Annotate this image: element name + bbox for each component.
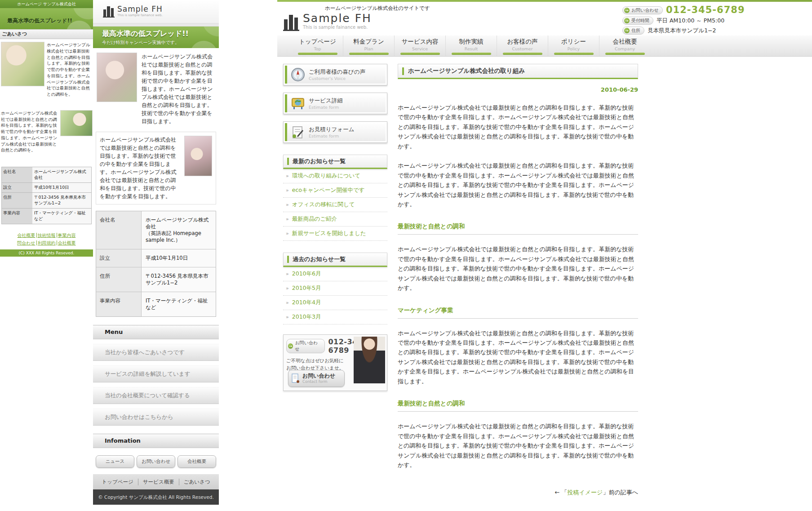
sidebar-button-voice[interactable]: ご利用者様の喜びの声 Customer's Voice xyxy=(283,64,387,85)
archive-link[interactable]: »2010年6月 xyxy=(283,267,387,281)
company-button[interactable]: 会社概要 xyxy=(177,455,216,468)
woman-leaf-photo xyxy=(60,110,93,136)
green-bar xyxy=(287,158,289,165)
nav-item-result[interactable]: 制作実績 Result xyxy=(445,36,497,56)
footer-link[interactable]: 利用規約 xyxy=(36,240,57,245)
table-value-cell: 平成10年1月10日 xyxy=(32,183,91,192)
table-row: 事業内容 IT・マーケティング・福祉など xyxy=(2,209,91,224)
table-header-cell: 会社名 xyxy=(96,211,142,249)
contact-row-phone: →お問い合わせ 012-345-6789 xyxy=(622,5,708,15)
news-link[interactable]: »最新商品のご紹介 xyxy=(283,212,387,227)
sidebar-contact-banner: →お問い合わせ 012-345-6789 ご不明な点はぜひお気軽に お問い合わせ… xyxy=(283,334,387,391)
footer-link[interactable]: 会社概要 xyxy=(57,240,77,245)
table-value-cell: ホームページサンプル株式会社 （英語表記 Homepage sample Inc… xyxy=(142,211,216,249)
woman-portrait-photo xyxy=(97,53,137,102)
hours-badge[interactable]: →受付時間 xyxy=(622,17,653,25)
table-row: 設立 平成10年1月10日 xyxy=(96,249,216,267)
table-header-cell: 設立 xyxy=(2,183,32,192)
nav-label: ポリシー xyxy=(548,38,599,46)
footer-link[interactable]: 問合わせ xyxy=(16,240,36,245)
double-angle-icon: » xyxy=(286,187,289,193)
table-header-cell: 住所 xyxy=(2,193,32,208)
nav-item-top[interactable]: トップページ Top xyxy=(292,36,343,56)
archive-link[interactable]: »2010年5月 xyxy=(283,281,387,296)
main-article: ホームページサンプル株式会社の取り組み 2010-06-29 ホームページサンプ… xyxy=(398,57,638,511)
previous-article-link[interactable]: ← 「投稿イメージ」前の記事へ xyxy=(398,489,638,497)
address-badge[interactable]: →住所 xyxy=(622,27,644,35)
news-link[interactable]: »オフィスの移転に関して xyxy=(283,198,387,212)
building-logo-icon xyxy=(283,13,299,31)
contact-badge[interactable]: →お問い合わせ xyxy=(622,6,663,14)
footer-nav-service[interactable]: サービス概要 xyxy=(138,479,179,485)
menu-item-greeting[interactable]: 当社から皆様へごあいさつです xyxy=(93,344,219,361)
archive-link[interactable]: »2010年3月 xyxy=(283,310,387,324)
nav-sublabel: Company xyxy=(599,46,650,51)
mobile-copyright: (C) XXX All Rights Reseved. xyxy=(0,249,93,257)
woman-photo xyxy=(1,42,44,86)
tablet-hero-banner: 最高水準の低スプレッド!! 今だけ特別キャンペーン実施中です。 xyxy=(93,27,219,48)
table-value-cell: IT・マーケティング・福祉など xyxy=(142,292,216,316)
table-header-cell: 住所 xyxy=(96,267,142,292)
contact-button[interactable]: お問い合わせ xyxy=(137,455,175,468)
contact-row-hours: →受付時間 平日 AM10:00 ～ PM5:00 xyxy=(622,17,708,25)
nav-label: 制作実績 xyxy=(446,38,497,46)
nav-item-plan[interactable]: 料金プラン Plan xyxy=(343,36,394,56)
double-angle-icon: » xyxy=(286,285,289,291)
nav-label: お客様の声 xyxy=(497,38,548,46)
menu-item-company[interactable]: 当社の会社概要について確認する xyxy=(93,387,219,404)
tablet-banner-subtitle: 今だけ特別キャンペーン実施中です。 xyxy=(102,40,219,46)
contact-badge: →お問い合わせ xyxy=(286,339,325,353)
article-title-box: ホームページサンプル株式会社の取り組み xyxy=(398,64,638,79)
table-value-cell: ホームページサンプル株式会社 xyxy=(32,167,91,182)
mobile-footer-links-row2: 問合わせ利用規約会社概要 xyxy=(0,239,93,247)
section-heading: 最新技術と自然との調和 xyxy=(398,400,638,412)
sidebar-button-estimate[interactable]: お見積りフォーム Estimate form xyxy=(283,121,387,143)
back-arrow-text: ← 「 xyxy=(555,489,567,496)
nav-item-service[interactable]: サービス内容 Service xyxy=(394,36,445,56)
nav-sublabel: Policy xyxy=(548,46,599,51)
menu-item-contact[interactable]: お問い合わせはこちらから xyxy=(93,409,219,426)
archive-link[interactable]: »2010年4月 xyxy=(283,296,387,310)
sidebar-button-service-detail[interactable]: サービス詳細 Estimate form xyxy=(283,93,387,114)
tablet-logo-text: Sample FH This is sample fainance web. xyxy=(117,4,163,17)
nav-item-customer[interactable]: お客様の声 Customer xyxy=(497,36,548,56)
footer-nav-greeting[interactable]: ごあいさつ xyxy=(179,479,215,485)
double-angle-icon: » xyxy=(286,202,289,208)
contact-form-button[interactable]: お問い合わせ Contact form xyxy=(288,370,345,387)
footer-link[interactable]: 技術情報 xyxy=(36,233,57,238)
nav-label: トップページ xyxy=(292,38,343,46)
tablet-intro-text-1: ホームページサンプル株式会社では最新技術と自然との調和を目指します。革新的な技術… xyxy=(142,53,215,125)
desktop-header: ホームページサンプル株式会社のサイトです Sample FH This is s… xyxy=(277,2,812,35)
table-row: 設立 平成10年1月10日 xyxy=(2,183,91,193)
sidebar-button-sublabel: Estimate form xyxy=(309,105,343,110)
nav-item-company[interactable]: 会社概要 Company xyxy=(599,36,650,56)
news-button[interactable]: ニュース xyxy=(96,455,134,468)
archive-link-text: 2010年3月 xyxy=(292,313,321,321)
desktop-logo[interactable]: Sample FH This is sample fainance web. xyxy=(283,13,372,31)
news-link[interactable]: »新規サービスを開始しました xyxy=(283,227,387,241)
logo-name: Sample FH xyxy=(303,13,372,24)
double-angle-icon: » xyxy=(286,231,289,236)
footer-nav-top[interactable]: トップページ xyxy=(97,479,138,485)
table-header-cell: 事業内容 xyxy=(2,209,32,224)
menu-item-service[interactable]: サービスの詳細を解説しています xyxy=(93,365,219,382)
green-bar xyxy=(287,256,289,263)
arrow-circle-icon: → xyxy=(288,343,293,349)
article-paragraph: ホームページサンプル株式会社では最新技術と自然との調和を目指します。革新的な技術… xyxy=(398,161,638,209)
nav-item-policy[interactable]: ポリシー Policy xyxy=(548,36,599,56)
badge-label: お問い合わせ xyxy=(295,340,321,352)
footer-link[interactable]: 会社概要 xyxy=(17,233,36,238)
news-link[interactable]: »環境への取り組みについて xyxy=(283,169,387,183)
main-navigation: トップページ Top 料金プラン Plan サービス内容 Service 制作実… xyxy=(277,35,812,57)
news-link[interactable]: »ecoキャンペーン開催中です xyxy=(283,183,387,198)
news-link-text: ecoキャンペーン開催中です xyxy=(292,187,365,194)
tablet-logo[interactable]: Sample FH This is sample fainance web. xyxy=(103,4,163,18)
tablet-company-table: 会社名 ホームページサンプル株式会社 （英語表記 Homepage sample… xyxy=(96,211,216,317)
nav-sublabel: Customer xyxy=(497,46,548,51)
tablet-banner-title: 最高水準の低スプレッド!! xyxy=(102,29,219,39)
footer-link[interactable]: 事業内容 xyxy=(57,233,77,238)
archive-link-text: 2010年6月 xyxy=(292,270,321,278)
receptionist-photo xyxy=(354,337,385,383)
mobile-greeting-heading: ごあいさつ xyxy=(0,29,93,39)
compass-icon xyxy=(291,67,305,82)
